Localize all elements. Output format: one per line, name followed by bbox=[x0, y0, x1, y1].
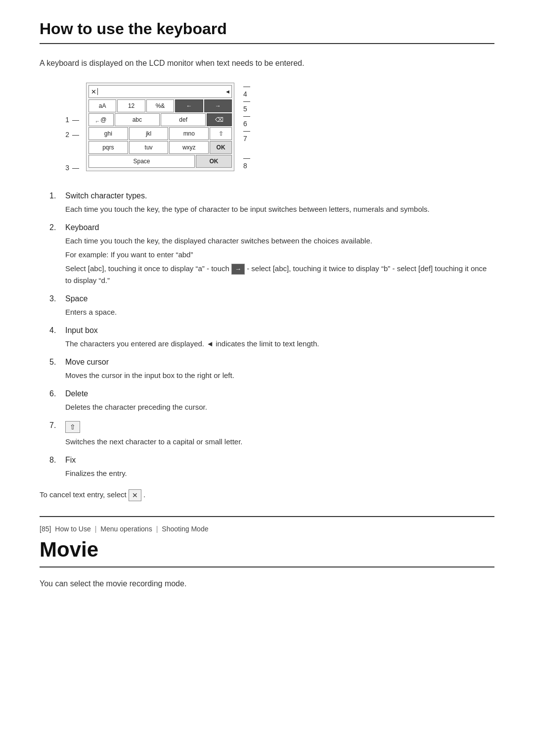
list-item-2: 2. Keyboard Each time you touch the key,… bbox=[49, 223, 494, 286]
list-item-1-header: 1. Switch character types. bbox=[49, 191, 494, 200]
key-percent[interactable]: %& bbox=[146, 99, 174, 112]
list-item-3-header: 3. Space bbox=[49, 294, 494, 303]
label-3: 3 — bbox=[59, 142, 79, 172]
kb-input-box[interactable]: ✕ ◄ bbox=[89, 85, 232, 98]
list-item-4-header: 4. Input box bbox=[49, 326, 494, 335]
label-1: 1 — bbox=[59, 112, 79, 127]
kb-row-4: pqrs tuv wxyz OK bbox=[89, 141, 232, 154]
list-item-6-header: 6. Delete bbox=[49, 389, 494, 398]
label-6: — 6 bbox=[241, 112, 253, 127]
key-abc[interactable]: abc bbox=[115, 113, 160, 126]
list-item-4: 4. Input box The characters you entered … bbox=[49, 326, 494, 350]
key-def[interactable]: def bbox=[161, 113, 206, 126]
key-pqrs[interactable]: pqrs bbox=[89, 141, 128, 154]
list-item-5: 5. Move cursor Moves the cursor in the i… bbox=[49, 358, 494, 381]
key-aA[interactable]: aA bbox=[89, 99, 116, 112]
label-8: — 8 bbox=[241, 142, 253, 170]
breadcrumb-sep-2: | bbox=[156, 525, 158, 533]
list-item-7: 7. ⇧ Switches the next character to a ca… bbox=[49, 421, 494, 448]
bottom-divider bbox=[40, 516, 494, 517]
key-delete[interactable]: ⌫ bbox=[207, 113, 232, 126]
keyboard-widget: ✕ ◄ aA 12 %& ← → ,. @ abc def ⌫ ghi jkl … bbox=[86, 83, 234, 171]
list-item-2-body: Each time you touch the key, the display… bbox=[65, 235, 494, 286]
list-item-4-body: The characters you entered are displayed… bbox=[65, 338, 494, 350]
key-jkl[interactable]: jkl bbox=[129, 127, 169, 140]
key-ghi[interactable]: ghi bbox=[89, 127, 128, 140]
key-left[interactable]: ← bbox=[175, 99, 203, 112]
kb-row-1: aA 12 %& ← → bbox=[89, 99, 232, 112]
feature-list: 1. Switch character types. Each time you… bbox=[49, 191, 494, 479]
top-divider bbox=[40, 43, 494, 44]
key-mno[interactable]: mno bbox=[169, 127, 209, 140]
breadcrumb-item-3: Shooting Mode bbox=[162, 525, 208, 533]
kb-row-5: Space OK bbox=[89, 155, 232, 168]
breadcrumb-item-1: How to Use bbox=[55, 525, 90, 533]
key-shift[interactable]: ⇧ bbox=[210, 127, 232, 140]
list-item-8-body: Finalizes the entry. bbox=[65, 468, 494, 479]
key-ok-2[interactable]: OK bbox=[196, 155, 232, 168]
page-title: How to use the keyboard bbox=[40, 20, 494, 38]
list-item-8: 8. Fix Finalizes the entry. bbox=[49, 456, 494, 479]
breadcrumb: [85] How to Use | Menu operations | Shoo… bbox=[40, 525, 494, 533]
label-7: — 7 bbox=[241, 127, 253, 142]
breadcrumb-page-num: [85] bbox=[40, 525, 51, 533]
key-ok[interactable]: OK bbox=[210, 141, 232, 154]
kb-row-3: ghi jkl mno ⇧ bbox=[89, 127, 232, 140]
label-4: — 4 bbox=[241, 83, 253, 97]
key-wxyz[interactable]: wxyz bbox=[169, 141, 209, 154]
list-item-8-header: 8. Fix bbox=[49, 456, 494, 465]
list-item-7-header: 7. ⇧ bbox=[49, 421, 494, 433]
section-intro: You can select the movie recording mode. bbox=[40, 579, 494, 588]
list-item-6-body: Deletes the character preceding the curs… bbox=[65, 401, 494, 413]
list-item-1-body: Each time you touch the key, the type of… bbox=[65, 203, 494, 215]
list-item-3: 3. Space Enters a space. bbox=[49, 294, 494, 318]
section-divider bbox=[40, 567, 494, 567]
label-5: — 5 bbox=[241, 97, 253, 112]
list-item-2-header: 2. Keyboard bbox=[49, 223, 494, 232]
intro-text: A keyboard is displayed on the LCD monit… bbox=[40, 59, 494, 68]
breadcrumb-item-2: Menu operations bbox=[100, 525, 152, 533]
cancel-text: To cancel text entry, select ✕ . bbox=[40, 489, 494, 501]
key-tuv[interactable]: tuv bbox=[129, 141, 169, 154]
label-2: 2 — bbox=[59, 127, 79, 142]
keyboard-right-labels: — 4 — 5 — 6 — 7 — 8 bbox=[241, 83, 253, 170]
key-12[interactable]: 12 bbox=[117, 99, 145, 112]
list-item-1: 1. Switch character types. Each time you… bbox=[49, 191, 494, 215]
keyboard-left-labels: 1 — 2 — 3 — bbox=[59, 97, 79, 172]
list-item-7-body: Switches the next character to a capital… bbox=[65, 436, 494, 448]
key-space[interactable]: Space bbox=[89, 155, 195, 168]
breadcrumb-sep-1: | bbox=[95, 525, 97, 533]
list-item-3-body: Enters a space. bbox=[65, 306, 494, 318]
arrow-right-btn: → bbox=[231, 264, 245, 275]
list-item-5-body: Moves the cursor in the input box to the… bbox=[65, 370, 494, 381]
keyboard-diagram: 1 — 2 — 3 — ✕ ◄ aA 12 %& ← → bbox=[59, 83, 494, 172]
cancel-x-button: ✕ bbox=[129, 489, 141, 501]
list-item-5-header: 5. Move cursor bbox=[49, 358, 494, 367]
key-right[interactable]: → bbox=[204, 99, 232, 112]
shift-key-display: ⇧ bbox=[65, 421, 80, 433]
kb-row-2: ,. @ abc def ⌫ bbox=[89, 113, 232, 126]
kb-input-row: ✕ ◄ bbox=[89, 85, 232, 98]
list-item-6: 6. Delete Deletes the character precedin… bbox=[49, 389, 494, 413]
section-title: Movie bbox=[40, 538, 494, 562]
key-comma[interactable]: ,. @ bbox=[89, 113, 114, 126]
